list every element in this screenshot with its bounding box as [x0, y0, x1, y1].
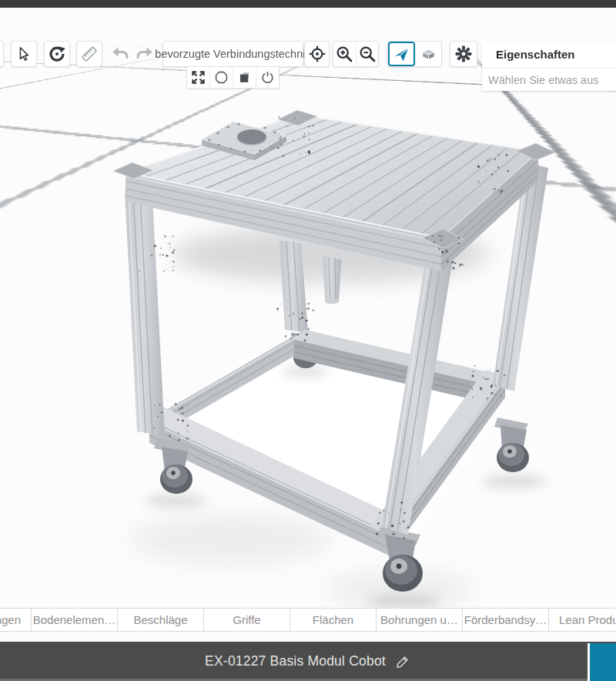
connection-technique-label[interactable]: bevorzugte Verbindungstechnik — [162, 41, 303, 67]
tab-flaechen[interactable]: Flächen — [290, 608, 377, 632]
tab-bohrungen[interactable]: Bohrungen u… — [376, 608, 463, 632]
zoom-in-icon — [335, 45, 353, 63]
power-icon — [260, 70, 275, 85]
properties-selection-placeholder[interactable]: Wählen Sie etwas aus — [482, 69, 616, 91]
zoom-out-icon — [358, 45, 377, 63]
tab-griffe[interactable]: Griffe — [203, 608, 290, 632]
properties-panel-title: Eigenschaften — [482, 41, 616, 69]
gear-icon — [454, 44, 474, 64]
target-icon — [308, 45, 326, 63]
zoom-group — [333, 41, 379, 67]
window-top-strip — [0, 0, 616, 8]
tab-lean-production[interactable]: Lean Produc — [548, 608, 616, 632]
undo-button[interactable] — [109, 41, 132, 67]
document-title: EX-01227 Basis Modul Cobot — [205, 653, 386, 669]
view-mode-group — [387, 41, 442, 67]
brick-icon — [420, 45, 437, 63]
tab-foerderbandsysteme[interactable]: Förderbandsy… — [462, 608, 549, 632]
tab-bodenelemente[interactable]: Bodenelemen… — [31, 608, 118, 632]
clipped-edge-button[interactable] — [0, 41, 4, 67]
select-tool-button[interactable] — [11, 41, 37, 67]
zoom-in-button[interactable] — [333, 42, 356, 66]
filled-square-button[interactable] — [233, 67, 256, 88]
power-button[interactable] — [256, 67, 279, 88]
rotate-icon — [48, 45, 66, 63]
category-tab-bar: ngen Bodenelemen… Beschläge Griffe Fläch… — [0, 608, 616, 632]
tab-clipped-left[interactable]: ngen — [0, 608, 32, 632]
center-view-button[interactable] — [304, 41, 330, 67]
wireframe-view-button[interactable] — [415, 42, 442, 66]
expand-arrows-icon — [191, 70, 206, 85]
tab-beschlaege[interactable]: Beschläge — [117, 608, 204, 632]
paper-plane-icon — [393, 45, 410, 63]
app-window: { "toolbar": { "connection_panel": { "la… — [0, 0, 616, 681]
measure-tool-button[interactable] — [76, 41, 102, 67]
cursor-icon — [15, 45, 32, 62]
chat-widget-clipped[interactable] — [588, 643, 616, 681]
undo-icon — [112, 45, 130, 62]
expand-arrows-button[interactable] — [187, 67, 209, 88]
ruler-icon — [80, 45, 99, 63]
properties-panel: Eigenschaften Wählen Sie etwas aus — [482, 41, 616, 91]
octagon-profile-button[interactable] — [209, 67, 233, 88]
edit-pencil-icon[interactable] — [394, 653, 411, 670]
filled-square-icon — [237, 70, 252, 85]
redo-icon — [135, 45, 153, 62]
rotate-view-button[interactable] — [44, 41, 70, 67]
3d-viewport[interactable] — [0, 8, 616, 681]
connection-technique-options — [186, 67, 280, 89]
octagon-icon — [214, 70, 229, 85]
zoom-out-button[interactable] — [356, 42, 379, 66]
connection-technique-panel: bevorzugte Verbindungstechnik — [162, 41, 303, 67]
document-footer-bar: EX-01227 Basis Modul Cobot — [0, 642, 616, 681]
redo-button[interactable] — [132, 41, 156, 67]
settings-button[interactable] — [450, 41, 477, 67]
solid-view-button[interactable] — [388, 42, 415, 66]
